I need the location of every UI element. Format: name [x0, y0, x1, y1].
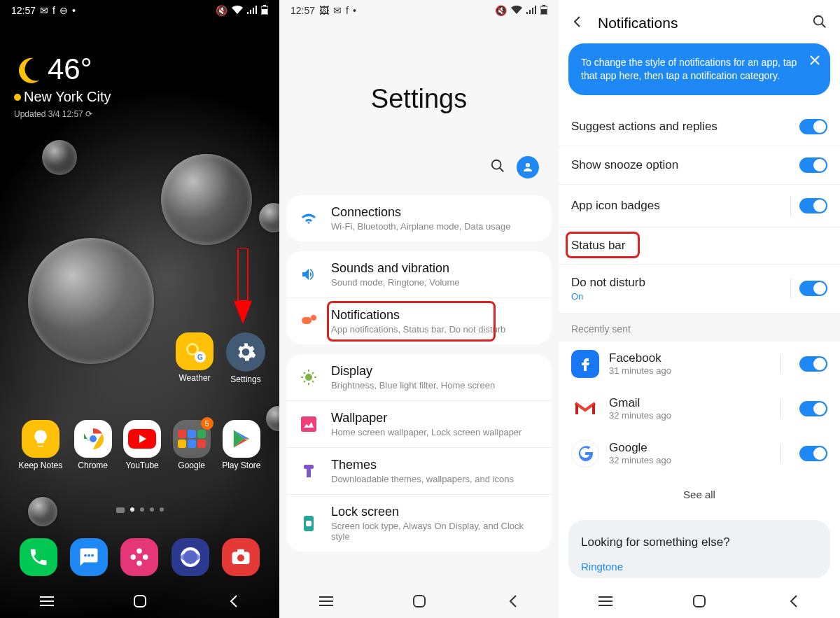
app-keep-notes[interactable]: Keep Notes — [18, 420, 62, 470]
app-row-facebook[interactable]: Facebook31 minutes ago — [559, 342, 840, 386]
svg-rect-51 — [414, 596, 425, 607]
app-google-folder[interactable]: 5 Google — [173, 420, 211, 470]
nav-back[interactable] — [785, 593, 802, 610]
nav-home[interactable] — [691, 593, 708, 610]
svg-point-14 — [88, 554, 90, 557]
location-dot-icon — [14, 94, 21, 101]
app-weather[interactable]: G Weather — [176, 332, 214, 384]
app-play-store[interactable]: Play Store — [222, 420, 260, 470]
nav-home[interactable] — [411, 593, 428, 610]
wifi-icon — [300, 210, 317, 227]
settings-item-themes[interactable]: ThemesDownloadable themes, wallpapers, a… — [286, 448, 552, 495]
app-label: Weather — [178, 373, 210, 383]
svg-point-18 — [183, 550, 197, 564]
svg-rect-58 — [694, 596, 705, 607]
dnd-icon: ⊖ — [59, 5, 68, 16]
app-row-google[interactable]: Google32 minutes ago — [559, 431, 840, 476]
weather-widget[interactable]: 46° New York City Updated 3/4 12:57 ⟳ — [14, 52, 111, 119]
weather-temp: 46° — [48, 52, 92, 86]
search-button[interactable] — [812, 14, 827, 32]
facebook-icon: f — [346, 5, 349, 16]
toggle[interactable] — [799, 198, 827, 213]
svg-point-15 — [91, 554, 94, 557]
settings-item-wallpaper[interactable]: WallpaperHome screen wallpaper, Lock scr… — [286, 401, 552, 448]
svg-text:G: G — [197, 353, 203, 361]
svg-rect-32 — [302, 317, 312, 324]
settings-list: ConnectionsWi-Fi, Bluetooth, Airplane mo… — [279, 195, 559, 552]
sound-icon — [300, 266, 317, 283]
svg-point-11 — [89, 435, 97, 443]
settings-item-connections[interactable]: ConnectionsWi-Fi, Bluetooth, Airplane mo… — [286, 195, 552, 241]
settings-item-notifications[interactable]: NotificationsApp notifications, Status b… — [286, 298, 552, 344]
app-label: YouTube — [126, 461, 159, 470]
settings-item-display[interactable]: DisplayBrightness, Blue light filter, Ho… — [286, 354, 552, 401]
gmail-icon — [574, 400, 596, 417]
signal-icon — [526, 5, 536, 16]
row-status-bar[interactable]: Status bar — [559, 227, 840, 265]
looking-link-ringtone[interactable]: Ringtone — [581, 561, 818, 573]
image-icon: 🖼 — [319, 5, 329, 16]
app-settings[interactable]: Settings — [226, 332, 265, 384]
app-youtube[interactable]: YouTube — [123, 420, 161, 470]
wallpaper-icon — [301, 416, 316, 432]
svg-line-41 — [304, 381, 305, 382]
svg-point-52 — [814, 16, 823, 25]
app-label: Settings — [230, 374, 260, 384]
row-snooze[interactable]: Show snooze option — [559, 146, 840, 185]
see-all-button[interactable]: See all — [559, 476, 840, 513]
svg-line-53 — [822, 24, 826, 28]
notification-icon — [300, 314, 317, 328]
account-button[interactable] — [517, 156, 539, 178]
nav-back[interactable] — [225, 593, 241, 610]
svg-point-34 — [305, 374, 312, 381]
nav-recents[interactable] — [318, 593, 335, 610]
settings-screen: 12:57 🖼 ✉ f • 🔇 Settings ConnectionsWi-F… — [279, 0, 559, 618]
row-app-icon-badges[interactable]: App icon badges — [559, 185, 840, 227]
weather-updated: Updated 3/4 12:57 ⟳ — [14, 109, 111, 119]
toggle[interactable] — [799, 356, 827, 372]
gear-icon — [234, 341, 257, 363]
toggle[interactable] — [799, 401, 827, 416]
dock-gallery[interactable] — [120, 538, 158, 576]
home-screen: 12:57 ✉ f ⊖ • 🔇 46° New York City Update… — [0, 0, 279, 618]
settings-title: Settings — [279, 0, 559, 156]
nav-recents[interactable] — [597, 593, 614, 610]
back-button[interactable] — [571, 15, 584, 31]
page-indicator[interactable] — [0, 507, 279, 513]
svg-point-20 — [237, 554, 244, 561]
app-chrome[interactable]: Chrome — [74, 420, 112, 470]
dock-internet[interactable] — [172, 538, 209, 576]
dock-phone[interactable] — [20, 538, 57, 576]
svg-point-33 — [311, 315, 316, 321]
battery-icon — [540, 5, 547, 17]
dock-messages[interactable] — [70, 538, 108, 576]
toggle[interactable] — [799, 119, 827, 134]
settings-item-sounds[interactable]: Sounds and vibrationSound mode, Ringtone… — [286, 251, 552, 298]
toggle[interactable] — [799, 446, 827, 461]
dock — [0, 538, 279, 576]
status-bar: 12:57 🖼 ✉ f • 🔇 — [279, 0, 559, 21]
nav-home[interactable] — [132, 593, 148, 610]
svg-rect-45 — [307, 469, 311, 477]
app-label: Google — [178, 461, 205, 470]
close-tip-button[interactable] — [809, 55, 820, 69]
svg-rect-27 — [542, 5, 545, 6]
mute-icon: 🔇 — [495, 5, 507, 16]
person-icon — [522, 161, 534, 174]
search-button[interactable] — [490, 158, 505, 176]
nav-recents[interactable] — [38, 593, 55, 610]
svg-rect-21 — [237, 549, 244, 553]
toggle[interactable] — [799, 157, 827, 173]
page-title: Notifications — [598, 15, 798, 31]
row-suggest-actions[interactable]: Suggest actions and replies — [559, 108, 840, 146]
nav-back[interactable] — [504, 593, 521, 610]
svg-point-13 — [84, 554, 87, 557]
toggle[interactable] — [799, 281, 827, 296]
moon-icon — [14, 55, 42, 83]
row-do-not-disturb[interactable]: Do not disturb On — [559, 265, 840, 314]
facebook-icon — [577, 356, 594, 372]
dock-camera[interactable] — [222, 538, 260, 576]
annotation-arrow — [232, 248, 253, 325]
settings-item-lock-screen[interactable]: Lock screenScreen lock type, Always On D… — [286, 495, 552, 552]
app-row-gmail[interactable]: Gmail32 minutes ago — [559, 386, 840, 431]
